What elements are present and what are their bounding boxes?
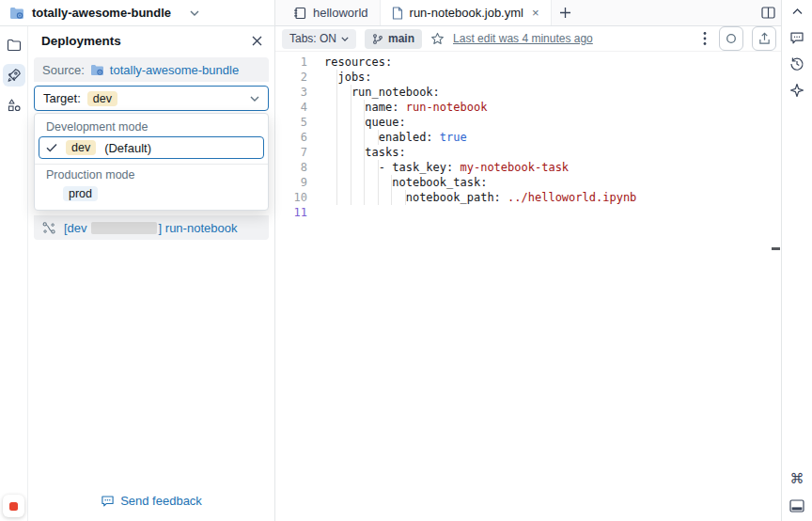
code-text: queue:	[324, 115, 406, 130]
editor-tab-bar: helloworld run-notebook.job.yml ×	[275, 0, 781, 26]
editor-toolbar: Tabs: ON main Last edit was 4 minutes ag…	[275, 26, 781, 52]
option-dev-suffix: (Default)	[104, 141, 151, 155]
command-glyph: ⌘	[790, 471, 804, 486]
left-column: totally-awesome-bundle	[0, 0, 275, 521]
line-number: 5	[275, 115, 307, 130]
bundle-name: totally-awesome-bundle	[32, 6, 171, 20]
right-rail: ⌘	[781, 0, 812, 521]
line-number: 2	[275, 70, 307, 85]
rocket-icon[interactable]	[3, 64, 25, 87]
circle-button[interactable]	[719, 26, 743, 51]
dropdown-group-label: Production mode	[35, 165, 268, 184]
new-tab-button[interactable]	[552, 0, 580, 25]
tabs-toggle-label: Tabs: ON	[289, 32, 336, 45]
notebook-icon	[293, 7, 306, 20]
code-editor[interactable]: 1resources:2jobs:3run_notebook:4name: ru…	[275, 52, 781, 521]
job-row: [dev] run-notebook	[34, 215, 269, 240]
target-select[interactable]: Target: dev	[34, 86, 269, 111]
code-line[interactable]: 10notebook_path: ../helloworld.ipynb	[275, 190, 781, 205]
tab-label: helloworld	[313, 6, 368, 20]
code-line[interactable]: 2jobs:	[275, 70, 781, 85]
option-prod-badge: prod	[63, 186, 98, 201]
panel-title: Deployments	[41, 34, 121, 48]
last-edit-link[interactable]: Last edit was 4 minutes ago	[453, 32, 593, 45]
code-line[interactable]: 9notebook_task:	[275, 175, 781, 190]
source-row: Source: totally-awesome-bundle	[34, 57, 269, 82]
bundle-chevron-down-icon[interactable]	[190, 10, 199, 16]
code-line[interactable]: 3run_notebook:	[275, 85, 781, 100]
code-line[interactable]: 7tasks:	[275, 145, 781, 160]
code-text: tasks:	[324, 145, 406, 160]
tab-run-notebook-job-yml[interactable]: run-notebook.job.yml ×	[381, 0, 552, 25]
line-number: 6	[275, 130, 307, 145]
branch-name: main	[388, 32, 414, 45]
line-number: 10	[275, 190, 307, 205]
code-line[interactable]: 1resources:	[275, 55, 781, 70]
code-text: - task_key: my-notebook-task	[324, 160, 569, 175]
kebab-menu-icon[interactable]	[699, 31, 710, 46]
code-line[interactable]: 4name: run-notebook	[275, 100, 781, 115]
share-button[interactable]	[752, 26, 776, 51]
check-icon	[46, 143, 57, 152]
line-number: 3	[275, 85, 307, 100]
target-value-badge: dev	[87, 91, 117, 106]
code-lines: 1resources:2jobs:3run_notebook:4name: ru…	[275, 55, 781, 220]
red-notification-icon	[9, 502, 18, 511]
send-feedback-link[interactable]: Send feedback	[28, 494, 274, 521]
code-text: name: run-notebook	[324, 100, 487, 115]
source-bundle-link[interactable]: totally-awesome-bundle	[110, 63, 239, 77]
code-text: notebook_path: ../helloworld.ipynb	[324, 190, 636, 205]
close-icon[interactable]	[251, 35, 263, 47]
code-text: jobs:	[324, 70, 372, 85]
bottom-panel-icon[interactable]	[789, 498, 805, 513]
code-text: run_notebook:	[324, 85, 440, 100]
git-branch-button[interactable]: main	[365, 29, 422, 49]
resources-icon[interactable]	[3, 94, 25, 117]
favorite-star-icon[interactable]	[430, 32, 445, 45]
left-body: Deployments Source: totally-aweso	[0, 26, 274, 521]
bundle-icon	[90, 64, 104, 76]
scrollbar-cursor-marker[interactable]	[772, 247, 780, 250]
history-icon[interactable]	[789, 56, 805, 71]
code-line[interactable]: 5queue:	[275, 115, 781, 130]
folder-icon[interactable]	[3, 34, 25, 56]
keyboard-shortcuts-icon[interactable]: ⌘	[789, 471, 805, 486]
dropdown-option-dev[interactable]: dev (Default)	[39, 136, 264, 159]
job-run-link[interactable]: [dev] run-notebook	[64, 221, 237, 235]
code-text: resources:	[324, 55, 392, 70]
redacted-text	[91, 222, 157, 234]
file-icon	[392, 7, 403, 20]
deployments-panel: Deployments Source: totally-aweso	[28, 26, 274, 521]
feedback-label: Send feedback	[120, 494, 202, 508]
code-line[interactable]: 11	[275, 205, 781, 220]
line-number: 9	[275, 175, 307, 190]
target-label: Target:	[43, 91, 81, 105]
panel-title-row: Deployments	[28, 26, 274, 54]
line-number: 8	[275, 160, 307, 175]
tab-helloworld[interactable]: helloworld	[282, 0, 381, 25]
assistant-sparkle-icon[interactable]	[789, 83, 805, 98]
dropdown-group-label: Development mode	[35, 117, 268, 136]
option-dev-badge: dev	[66, 140, 96, 155]
feedback-widget[interactable]	[3, 495, 24, 517]
line-number: 7	[275, 145, 307, 160]
tabs-toggle-button[interactable]: Tabs: ON	[282, 29, 356, 49]
target-dropdown-menu: Development mode dev (Default) Productio…	[34, 113, 269, 211]
app-window: totally-awesome-bundle	[0, 0, 812, 521]
comments-icon[interactable]	[789, 30, 805, 45]
code-text: notebook_task:	[324, 175, 487, 190]
chevron-down-icon	[341, 37, 349, 41]
collapse-chevron-up-icon[interactable]	[789, 4, 805, 19]
line-number: 11	[275, 205, 307, 220]
bundle-header[interactable]: totally-awesome-bundle	[0, 0, 274, 26]
nav-rail	[0, 26, 28, 521]
right-rail-bottom: ⌘	[789, 471, 805, 513]
split-view-icon[interactable]	[755, 0, 781, 25]
dropdown-option-prod[interactable]: prod	[35, 184, 268, 206]
line-number: 4	[275, 100, 307, 115]
code-line[interactable]: 8- task_key: my-notebook-task	[275, 160, 781, 175]
close-tab-icon[interactable]: ×	[532, 6, 539, 20]
line-number: 1	[275, 55, 307, 70]
code-line[interactable]: 6enabled: true	[275, 130, 781, 145]
feedback-bubble-icon	[101, 495, 115, 508]
